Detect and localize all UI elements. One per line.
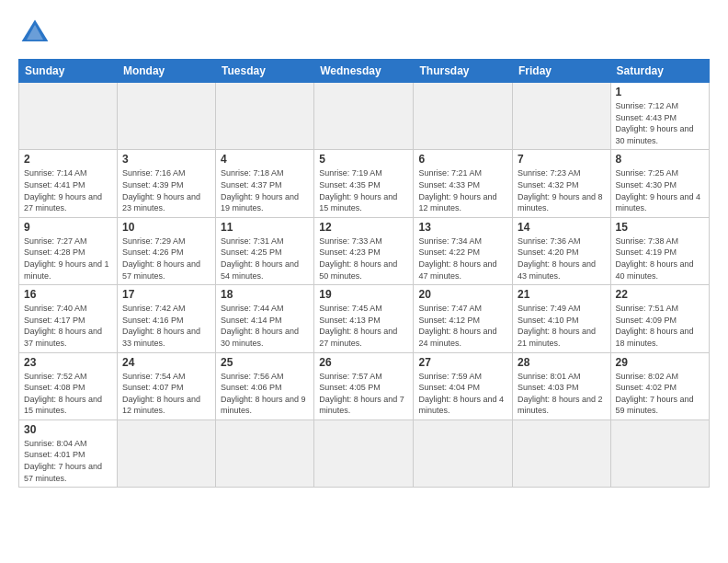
weekday-header-row: SundayMondayTuesdayWednesdayThursdayFrid… [19, 60, 710, 83]
day-info: Sunrise: 7:45 AMSunset: 4:13 PMDaylight:… [319, 303, 408, 349]
day-number: 30 [24, 423, 112, 436]
calendar-cell: 3Sunrise: 7:16 AMSunset: 4:39 PMDaylight… [117, 150, 215, 217]
day-info: Sunrise: 7:38 AMSunset: 4:19 PMDaylight:… [616, 236, 704, 282]
week-row-1: 2Sunrise: 7:14 AMSunset: 4:41 PMDaylight… [19, 150, 710, 217]
day-number: 23 [24, 356, 112, 369]
weekday-saturday: Saturday [610, 60, 709, 83]
weekday-thursday: Thursday [414, 60, 513, 83]
calendar-cell [610, 419, 709, 487]
calendar-cell [513, 419, 611, 487]
week-row-0: 1Sunrise: 7:12 AMSunset: 4:43 PMDaylight… [19, 83, 710, 150]
day-number: 4 [221, 153, 309, 166]
week-row-4: 23Sunrise: 7:52 AMSunset: 4:08 PMDayligh… [19, 352, 710, 419]
day-info: Sunrise: 7:44 AMSunset: 4:14 PMDaylight:… [221, 303, 309, 349]
day-number: 10 [122, 221, 210, 234]
calendar-cell: 14Sunrise: 7:36 AMSunset: 4:20 PMDayligh… [513, 217, 611, 284]
calendar-cell [414, 419, 513, 487]
calendar-cell: 22Sunrise: 7:51 AMSunset: 4:09 PMDayligh… [610, 285, 709, 352]
day-info: Sunrise: 7:14 AMSunset: 4:41 PMDaylight:… [24, 167, 112, 213]
day-number: 3 [122, 153, 210, 166]
day-number: 12 [319, 221, 408, 234]
day-info: Sunrise: 7:59 AMSunset: 4:04 PMDaylight:… [418, 371, 507, 417]
calendar-cell: 27Sunrise: 7:59 AMSunset: 4:04 PMDayligh… [414, 352, 513, 419]
day-number: 26 [319, 356, 408, 369]
header [18, 17, 710, 50]
day-number: 25 [221, 356, 309, 369]
day-info: Sunrise: 7:25 AMSunset: 4:30 PMDaylight:… [616, 167, 704, 213]
day-info: Sunrise: 8:02 AMSunset: 4:02 PMDaylight:… [616, 371, 704, 417]
day-info: Sunrise: 7:31 AMSunset: 4:25 PMDaylight:… [221, 236, 309, 282]
calendar-cell: 26Sunrise: 7:57 AMSunset: 4:05 PMDayligh… [314, 352, 414, 419]
day-info: Sunrise: 7:49 AMSunset: 4:10 PMDaylight:… [518, 303, 606, 349]
day-info: Sunrise: 7:47 AMSunset: 4:12 PMDaylight:… [418, 303, 507, 349]
day-number: 19 [319, 288, 408, 301]
calendar-cell: 12Sunrise: 7:33 AMSunset: 4:23 PMDayligh… [314, 217, 414, 284]
day-info: Sunrise: 7:16 AMSunset: 4:39 PMDaylight:… [122, 167, 210, 213]
calendar-cell: 11Sunrise: 7:31 AMSunset: 4:25 PMDayligh… [216, 217, 314, 284]
calendar-cell: 9Sunrise: 7:27 AMSunset: 4:28 PMDaylight… [19, 217, 118, 284]
calendar-cell [216, 83, 314, 150]
weekday-friday: Friday [513, 60, 611, 83]
calendar-cell [117, 83, 215, 150]
weekday-tuesday: Tuesday [216, 60, 314, 83]
week-row-3: 16Sunrise: 7:40 AMSunset: 4:17 PMDayligh… [19, 285, 710, 352]
calendar-cell [414, 83, 513, 150]
calendar-cell: 8Sunrise: 7:25 AMSunset: 4:30 PMDaylight… [610, 150, 709, 217]
day-info: Sunrise: 7:54 AMSunset: 4:07 PMDaylight:… [122, 371, 210, 417]
day-number: 20 [418, 288, 507, 301]
day-number: 7 [518, 153, 606, 166]
day-info: Sunrise: 7:57 AMSunset: 4:05 PMDaylight:… [319, 371, 408, 417]
calendar-cell: 25Sunrise: 7:56 AMSunset: 4:06 PMDayligh… [216, 352, 314, 419]
day-number: 6 [418, 153, 507, 166]
day-number: 1 [616, 86, 704, 98]
day-number: 27 [418, 356, 507, 369]
calendar-cell [216, 419, 314, 487]
day-number: 16 [24, 288, 112, 301]
calendar-cell: 23Sunrise: 7:52 AMSunset: 4:08 PMDayligh… [19, 352, 118, 419]
day-info: Sunrise: 7:51 AMSunset: 4:09 PMDaylight:… [616, 303, 704, 349]
day-number: 21 [518, 288, 606, 301]
calendar-cell [19, 83, 118, 150]
calendar-cell: 29Sunrise: 8:02 AMSunset: 4:02 PMDayligh… [610, 352, 709, 419]
day-number: 2 [24, 153, 112, 166]
day-number: 9 [24, 221, 112, 234]
calendar-table: SundayMondayTuesdayWednesdayThursdayFrid… [18, 59, 710, 488]
day-number: 29 [616, 356, 704, 369]
calendar-cell: 1Sunrise: 7:12 AMSunset: 4:43 PMDaylight… [610, 83, 709, 150]
calendar-cell [513, 83, 611, 150]
day-number: 17 [122, 288, 210, 301]
day-info: Sunrise: 7:33 AMSunset: 4:23 PMDaylight:… [319, 236, 408, 282]
calendar-cell [314, 83, 414, 150]
day-info: Sunrise: 8:01 AMSunset: 4:03 PMDaylight:… [518, 371, 606, 417]
day-info: Sunrise: 7:52 AMSunset: 4:08 PMDaylight:… [24, 371, 112, 417]
day-info: Sunrise: 7:29 AMSunset: 4:26 PMDaylight:… [122, 236, 210, 282]
calendar-cell: 15Sunrise: 7:38 AMSunset: 4:19 PMDayligh… [610, 217, 709, 284]
calendar-cell [314, 419, 414, 487]
page: SundayMondayTuesdayWednesdayThursdayFrid… [0, 0, 728, 497]
day-number: 15 [616, 221, 704, 234]
logo [18, 17, 55, 50]
day-info: Sunrise: 7:42 AMSunset: 4:16 PMDaylight:… [122, 303, 210, 349]
calendar-cell: 4Sunrise: 7:18 AMSunset: 4:37 PMDaylight… [216, 150, 314, 217]
week-row-2: 9Sunrise: 7:27 AMSunset: 4:28 PMDaylight… [19, 217, 710, 284]
calendar-cell: 30Sunrise: 8:04 AMSunset: 4:01 PMDayligh… [19, 419, 118, 487]
calendar-cell: 10Sunrise: 7:29 AMSunset: 4:26 PMDayligh… [117, 217, 215, 284]
day-number: 8 [616, 153, 704, 166]
calendar-cell: 5Sunrise: 7:19 AMSunset: 4:35 PMDaylight… [314, 150, 414, 217]
day-number: 13 [418, 221, 507, 234]
calendar-cell [117, 419, 215, 487]
day-number: 28 [518, 356, 606, 369]
calendar-cell: 21Sunrise: 7:49 AMSunset: 4:10 PMDayligh… [513, 285, 611, 352]
day-info: Sunrise: 7:18 AMSunset: 4:37 PMDaylight:… [221, 167, 309, 213]
day-info: Sunrise: 7:12 AMSunset: 4:43 PMDaylight:… [616, 100, 704, 146]
day-info: Sunrise: 7:34 AMSunset: 4:22 PMDaylight:… [418, 236, 507, 282]
calendar-cell: 18Sunrise: 7:44 AMSunset: 4:14 PMDayligh… [216, 285, 314, 352]
day-info: Sunrise: 7:23 AMSunset: 4:32 PMDaylight:… [518, 167, 606, 213]
day-info: Sunrise: 7:21 AMSunset: 4:33 PMDaylight:… [418, 167, 507, 213]
day-number: 14 [518, 221, 606, 234]
calendar-cell: 13Sunrise: 7:34 AMSunset: 4:22 PMDayligh… [414, 217, 513, 284]
day-info: Sunrise: 7:36 AMSunset: 4:20 PMDaylight:… [518, 236, 606, 282]
day-number: 11 [221, 221, 309, 234]
weekday-monday: Monday [117, 60, 215, 83]
calendar-cell: 16Sunrise: 7:40 AMSunset: 4:17 PMDayligh… [19, 285, 118, 352]
